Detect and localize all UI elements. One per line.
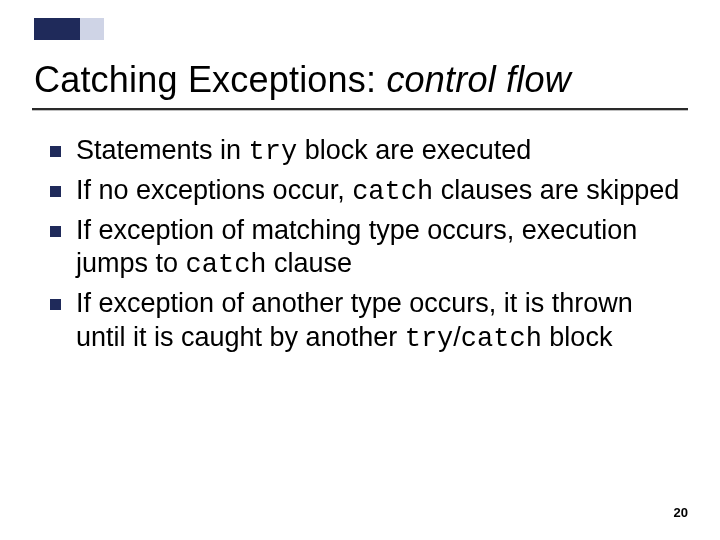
bullet-text: If no exceptions occur, (76, 175, 352, 205)
bullet-text: block are executed (297, 135, 531, 165)
code-keyword: try (405, 324, 454, 354)
slide-title: Catching Exceptions: control flow (34, 59, 686, 101)
bullet-item: If exception of another type occurs, it … (50, 287, 680, 357)
bullet-text: / (453, 322, 461, 352)
code-keyword: catch (352, 177, 433, 207)
accent-bar (34, 18, 104, 40)
bullet-text: clauses are skipped (433, 175, 679, 205)
slide: Catching Exceptions: control flow Statem… (0, 0, 720, 540)
bullet-text: Statements in (76, 135, 249, 165)
code-keyword: try (249, 137, 298, 167)
bullet-item: Statements in try block are executed (50, 134, 680, 170)
code-keyword: catch (461, 324, 542, 354)
accent-dark (34, 18, 80, 40)
title-main: Catching Exceptions: (34, 59, 386, 100)
bullet-text: block (542, 322, 613, 352)
bullet-item: If no exceptions occur, catch clauses ar… (50, 174, 680, 210)
page-number: 20 (674, 505, 688, 520)
bullet-item: If exception of matching type occurs, ex… (50, 214, 680, 284)
title-rule (32, 108, 688, 110)
body: Statements in try block are executed If … (50, 134, 680, 361)
bullet-text: clause (267, 248, 353, 278)
accent-light (80, 18, 104, 40)
code-keyword: catch (186, 250, 267, 280)
bullet-text: If exception of matching type occurs, ex… (76, 215, 637, 279)
title-italic: control flow (386, 59, 570, 100)
